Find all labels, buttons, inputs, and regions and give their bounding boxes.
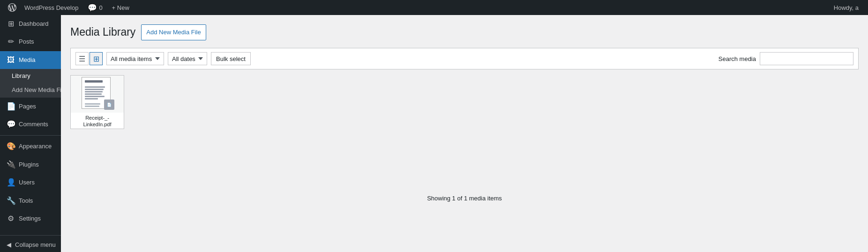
comments-item[interactable]: 💬 0 bbox=[83, 0, 107, 15]
menu-separator-1 bbox=[0, 135, 61, 136]
sidebar-item-settings[interactable]: ⚙ Settings bbox=[0, 210, 61, 228]
submenu-add-new[interactable]: Add New Media File bbox=[0, 83, 61, 97]
page-title: Media Library bbox=[70, 25, 135, 39]
comment-icon: 💬 bbox=[88, 3, 97, 12]
pdf-line-7 bbox=[85, 103, 101, 105]
sidebar-item-label: Tools bbox=[19, 197, 33, 205]
search-media-label: Search media bbox=[718, 55, 756, 62]
list-view-button[interactable]: ☰ bbox=[75, 52, 89, 65]
submenu-library[interactable]: Library bbox=[0, 69, 61, 83]
media-item[interactable]: 📄 Receipt-_-LinkedIn.pdf bbox=[70, 75, 124, 129]
pdf-line-4 bbox=[85, 93, 102, 95]
site-name-label: WordPress Develop bbox=[24, 4, 78, 11]
pdf-line-3 bbox=[85, 91, 103, 92]
submenu-library-label: Library bbox=[12, 72, 30, 80]
add-new-media-button[interactable]: Add New Media File bbox=[141, 24, 206, 40]
sidebar-item-appearance[interactable]: 🎨 Appearance bbox=[0, 137, 61, 155]
comments-icon: 💬 bbox=[7, 119, 15, 130]
sidebar-item-label: Posts bbox=[19, 38, 34, 46]
howdy-area: Howdy, a bbox=[834, 4, 863, 11]
sidebar-item-label: Appearance bbox=[19, 142, 52, 151]
search-media-input[interactable] bbox=[760, 52, 853, 65]
pages-icon: 📄 bbox=[7, 101, 15, 112]
plugins-icon: 🔌 bbox=[7, 160, 15, 170]
collapse-menu-icon: ◀ bbox=[7, 241, 11, 248]
showing-count: Showing 1 of 1 media items bbox=[70, 195, 859, 202]
submenu-add-new-label: Add New Media File bbox=[12, 86, 61, 94]
settings-icon: ⚙ bbox=[7, 214, 15, 224]
new-content-label: + New bbox=[112, 4, 129, 11]
collapse-menu-button[interactable]: ◀ Collapse menu bbox=[0, 237, 61, 252]
sidebar-item-label: Dashboard bbox=[19, 20, 49, 28]
sidebar-item-comments[interactable]: 💬 Comments bbox=[0, 115, 61, 133]
sidebar-item-media[interactable]: 🖼 Media bbox=[0, 51, 61, 69]
sidebar-item-label: Pages bbox=[19, 102, 36, 111]
sidebar-item-tools[interactable]: 🔧 Tools bbox=[0, 192, 61, 210]
sidebar-item-label: Comments bbox=[19, 120, 48, 129]
media-submenu: Library Add New Media File bbox=[0, 69, 61, 97]
sidebar-item-dashboard[interactable]: ⊞ Dashboard bbox=[0, 15, 61, 33]
appearance-icon: 🎨 bbox=[7, 141, 15, 152]
grid-view-icon: ⊞ bbox=[93, 54, 99, 63]
admin-bar: WordPress Develop 💬 0 + New Howdy, a bbox=[0, 0, 868, 15]
filter-dates-select[interactable]: All dates bbox=[168, 52, 207, 65]
sidebar-item-plugins[interactable]: 🔌 Plugins bbox=[0, 156, 61, 174]
view-toggle: ☰ ⊞ bbox=[75, 52, 103, 65]
media-toolbar: ☰ ⊞ All media items Images Audio Video D… bbox=[70, 48, 859, 69]
sidebar-item-label: Users bbox=[19, 178, 35, 187]
pdf-doc-icon: 📄 bbox=[104, 99, 114, 110]
menu-separator-2 bbox=[0, 235, 61, 236]
dashboard-icon: ⊞ bbox=[7, 19, 15, 29]
users-icon: 👤 bbox=[7, 177, 15, 188]
filter-media-type-select[interactable]: All media items Images Audio Video Docum… bbox=[106, 52, 164, 65]
grid-view-button[interactable]: ⊞ bbox=[90, 52, 103, 65]
pdf-line-2 bbox=[85, 89, 104, 90]
list-view-icon: ☰ bbox=[79, 54, 85, 63]
pdf-line-5 bbox=[85, 96, 105, 97]
sidebar-item-label: Settings bbox=[19, 214, 41, 223]
media-item-title: Receipt-_-LinkedIn.pdf bbox=[71, 113, 124, 129]
posts-icon: ✏ bbox=[7, 37, 15, 47]
admin-sidebar: ⊞ Dashboard ✏ Posts 🖼 Media Library Add … bbox=[0, 15, 61, 252]
sidebar-item-label: Media bbox=[19, 56, 35, 64]
pdf-header-line bbox=[85, 80, 103, 83]
collapse-menu-label: Collapse menu bbox=[15, 241, 56, 248]
tools-icon: 🔧 bbox=[7, 196, 15, 206]
pdf-preview: 📄 bbox=[82, 77, 113, 111]
sidebar-item-pages[interactable]: 📄 Pages bbox=[0, 98, 61, 115]
site-name-item[interactable]: WordPress Develop bbox=[20, 0, 83, 15]
media-item-thumb: 📄 bbox=[71, 76, 124, 113]
page-title-area: Media Library Add New Media File bbox=[70, 24, 859, 40]
pdf-line-1 bbox=[85, 86, 105, 88]
wp-logo[interactable] bbox=[5, 0, 20, 15]
media-icon: 🖼 bbox=[7, 55, 15, 65]
howdy-label: Howdy, a bbox=[834, 4, 859, 11]
pdf-line-6 bbox=[85, 98, 98, 99]
sidebar-item-label: Plugins bbox=[19, 160, 39, 169]
new-content-item[interactable]: + New bbox=[107, 0, 134, 15]
media-grid: 📄 Receipt-_-LinkedIn.pdf bbox=[70, 75, 859, 129]
sidebar-item-users[interactable]: 👤 Users bbox=[0, 174, 61, 191]
comment-count: 0 bbox=[99, 4, 102, 11]
bulk-select-button[interactable]: Bulk select bbox=[211, 52, 251, 65]
sidebar-item-posts[interactable]: ✏ Posts bbox=[0, 33, 61, 51]
main-content: Media Library Add New Media File ☰ ⊞ All… bbox=[61, 15, 868, 252]
pdf-line-8 bbox=[85, 106, 99, 107]
